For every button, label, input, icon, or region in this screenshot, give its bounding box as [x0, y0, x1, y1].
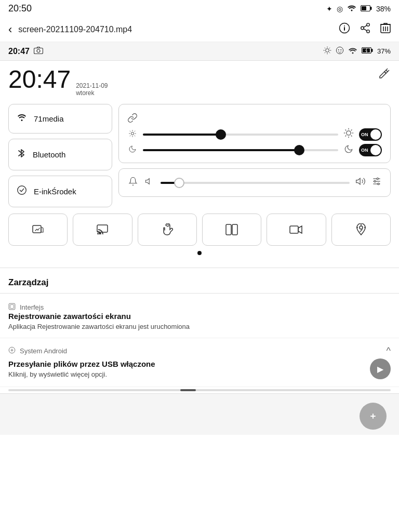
volume-slider-track[interactable] [161, 182, 350, 184]
inner-face-icon [336, 46, 344, 56]
notification-body-1: Aplikacja Rejestrowanie zawartości ekran… [8, 323, 391, 330]
notification-header-2: System Android ^ [8, 345, 391, 356]
notification-screen-recorder[interactable]: Interfejs Rejestrowanie zawartości ekran… [0, 296, 399, 338]
notification-source-icon-2 [8, 347, 16, 355]
svg-line-39 [130, 130, 130, 131]
svg-line-26 [329, 48, 330, 48]
fab-button[interactable] [360, 403, 387, 430]
icon-buttons-row [8, 214, 391, 246]
cast-btn[interactable] [73, 214, 132, 246]
svg-point-28 [338, 49, 339, 50]
svg-rect-4 [344, 27, 345, 31]
status-bar-top: 20:50 ✦ ◎ 38% [0, 0, 399, 17]
notification-source-icon-1 [8, 303, 16, 312]
info-button[interactable] [339, 22, 350, 36]
inner-camera-icon [34, 47, 43, 56]
brightness-icon: ✦ [326, 5, 332, 13]
inner-battery-percent: 37% [377, 47, 391, 55]
svg-line-25 [325, 52, 325, 53]
collapse-button[interactable]: ^ [387, 345, 391, 356]
svg-line-9 [364, 29, 367, 31]
warmth-low-icon [127, 145, 138, 155]
bluetooth-button[interactable]: Bluetooth [8, 139, 112, 170]
svg-rect-32 [363, 48, 370, 52]
svg-rect-67 [290, 226, 298, 233]
brightness-high-icon [343, 128, 354, 141]
notification-body-2: Kliknij, by wyświetlić więcej opcji. [8, 370, 155, 378]
svg-line-33 [386, 69, 388, 70]
warmth-slider-track[interactable] [143, 149, 338, 151]
inner-brightness-icon [323, 46, 331, 56]
eq-icon[interactable] [371, 177, 382, 189]
inner-time: 20:47 [8, 47, 30, 56]
svg-point-6 [367, 23, 370, 26]
screenshot-btn[interactable] [8, 214, 68, 246]
inner-battery-icon [362, 47, 373, 55]
share-button[interactable] [360, 22, 371, 36]
record-btn[interactable] [267, 214, 326, 246]
svg-marker-54 [146, 179, 150, 184]
inner-status-right: 37% [323, 46, 391, 56]
clock-block: 20:47 2021-11-09 wtorek [8, 67, 108, 97]
notification-usb[interactable]: System Android ^ Przesyłanie plików prze… [0, 338, 399, 387]
svg-point-36 [131, 132, 134, 135]
svg-rect-72 [9, 303, 15, 310]
svg-point-71 [360, 226, 363, 229]
clock-row: 20:47 2021-11-09 wtorek [8, 67, 391, 97]
svg-line-44 [135, 130, 135, 131]
bottom-scrollbar [0, 387, 399, 393]
svg-point-7 [361, 26, 364, 30]
clock-day: wtorek [76, 89, 108, 97]
notification-title-2: Przesyłanie plików przez USB włączone [8, 360, 155, 368]
svg-point-59 [377, 178, 378, 179]
bluetooth-icon [16, 148, 26, 162]
scrollbar-track[interactable] [8, 389, 391, 391]
eink-btn-label: E-inkŚrodek [34, 187, 76, 196]
brightness-low-icon [127, 129, 138, 140]
wifi-button[interactable]: 71media [8, 104, 112, 134]
manage-section: Zarządzaj [0, 270, 399, 291]
inner-wifi-icon [348, 47, 357, 56]
svg-rect-5 [344, 25, 345, 26]
status-icons: ✦ ◎ 38% [326, 4, 391, 13]
edit-button[interactable] [378, 67, 391, 83]
manage-divider [0, 293, 399, 294]
brightness-toggle[interactable]: ON [359, 128, 382, 141]
svg-line-22 [329, 52, 330, 53]
svg-line-48 [345, 130, 347, 131]
svg-line-21 [325, 48, 325, 48]
warmth-toggle[interactable]: ON [359, 144, 382, 156]
svg-line-40 [135, 135, 135, 136]
section-divider [0, 268, 399, 268]
location-btn[interactable] [331, 214, 391, 246]
back-button[interactable]: ‹ [8, 23, 12, 36]
delete-button[interactable] [380, 22, 391, 36]
svg-rect-31 [371, 49, 373, 52]
eink-button[interactable]: E-inkŚrodek [8, 176, 112, 207]
warmth-high-icon [343, 144, 354, 156]
svg-point-61 [378, 183, 379, 184]
svg-point-64 [167, 224, 169, 227]
svg-point-17 [37, 49, 40, 52]
notification-source-label-2: System Android [20, 347, 67, 355]
split-btn[interactable] [202, 214, 261, 246]
notification-source-1: Interfejs [8, 303, 391, 312]
play-button[interactable]: ▶ [370, 358, 391, 379]
svg-line-53 [351, 130, 352, 131]
svg-rect-73 [10, 305, 14, 309]
nav-right [339, 22, 391, 36]
svg-line-49 [351, 136, 352, 137]
manage-title: Zarządzaj [8, 277, 48, 287]
quick-settings: 71media Bluetooth E-inkŚrodek [8, 104, 391, 207]
bottom-area [0, 393, 399, 435]
notification-action-2: Przesyłanie plików przez USB włączone Kl… [8, 358, 391, 379]
wifi-btn-icon [16, 113, 28, 125]
svg-rect-63 [97, 225, 108, 232]
brightness-slider-track[interactable] [143, 134, 338, 136]
scrollbar-thumb [180, 389, 196, 391]
svg-point-27 [336, 47, 343, 54]
wifi-icon [347, 4, 356, 13]
toggle-buttons-column: 71media Bluetooth E-inkŚrodek [8, 104, 112, 207]
svg-line-10 [364, 25, 367, 28]
touch-btn[interactable] [138, 214, 197, 246]
